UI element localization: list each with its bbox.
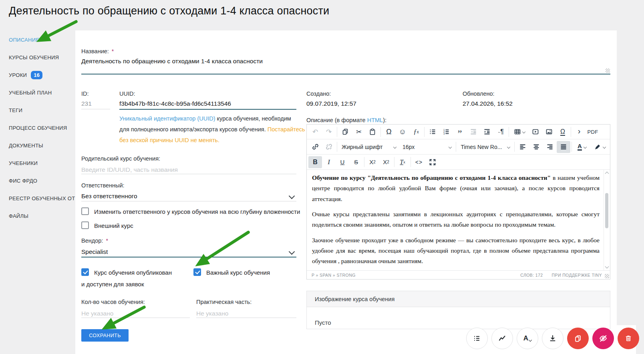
image-icon[interactable] (542, 126, 556, 138)
sidebar-item[interactable]: ФИС ФРДО (0, 172, 74, 189)
hours-input[interactable]: Не указано (81, 310, 113, 317)
hide-button[interactable] (592, 328, 614, 349)
sidebar-item[interactable]: ДОКУМЕНТЫ (0, 137, 74, 154)
name-resize-grip[interactable] (606, 68, 610, 73)
save-button[interactable]: СОХРАНИТЬ (81, 329, 129, 342)
chevron-down-icon[interactable] (289, 193, 295, 199)
html-link[interactable]: HTML (367, 117, 383, 123)
font-family-select[interactable]: Times New Ro... (457, 141, 513, 153)
important-checkbox-row: Важный курс обучения (193, 268, 270, 276)
bold-icon[interactable]: B (308, 156, 322, 168)
scrollbar-thumb[interactable] (605, 193, 608, 228)
emoticon-icon[interactable]: ☺ (396, 126, 409, 138)
external-course-checkbox[interactable] (81, 221, 89, 229)
sidebar-item[interactable]: УРОКИ 16 (0, 66, 74, 84)
clear-formatting-icon[interactable]: Tx (396, 156, 409, 168)
font-check-button[interactable]: A (517, 328, 538, 349)
chevron-down-icon (602, 145, 606, 148)
chart-button[interactable] (491, 328, 513, 349)
sidebar-item[interactable]: КУРСЫ ОБУЧЕНИЯ (0, 48, 74, 66)
sidebar-item[interactable]: ПРОЦЕСС ОБУЧЕНИЯ (0, 119, 74, 137)
parent-course-label: Родительский курс обучения: (81, 155, 160, 162)
italic-icon[interactable]: I (322, 156, 336, 168)
practice-input[interactable]: Не указано (196, 310, 228, 317)
editor-paragraph: Обучение по курсу "Деятельность по обращ… (312, 173, 600, 204)
media-icon[interactable] (529, 126, 542, 138)
cut-icon[interactable]: ✂ (352, 126, 366, 138)
superscript-icon[interactable]: X2 (379, 156, 393, 168)
editor-resize-grip[interactable] (605, 274, 609, 278)
list-view-button[interactable] (466, 328, 488, 349)
chevron-down-icon[interactable] (289, 249, 295, 255)
course-image-card-title: Изображение курса обучения (307, 291, 610, 307)
subscript-icon[interactable]: X2 (366, 156, 379, 168)
sidebar-item[interactable]: ФАЙЛЫ (0, 207, 74, 225)
vendor-select[interactable]: Specialist (81, 248, 108, 255)
link-icon[interactable] (308, 141, 322, 153)
align-left-icon[interactable] (516, 141, 529, 153)
editor-content[interactable]: Обучение по курсу "Деятельность по обращ… (307, 170, 610, 270)
table-icon[interactable] (510, 126, 529, 138)
published-label-line2: и доступен для заявок (81, 280, 144, 288)
chevron-down-icon (449, 145, 452, 148)
editor-toolbar-row2: Жирный шрифт 16px Times New Ro... A (307, 139, 610, 155)
rich-text-editor: ↶ ↷ ✂ Ω ☺ ƒx 123 ” (306, 124, 610, 280)
formula-icon[interactable]: ƒx (409, 126, 423, 138)
duplicate-button[interactable] (567, 328, 589, 349)
created-label: Создано: (306, 91, 331, 97)
more-tools-icon[interactable]: › (572, 125, 586, 139)
copy-icon[interactable] (338, 126, 352, 138)
published-checkbox[interactable] (81, 268, 89, 276)
depth-checkbox[interactable] (81, 207, 89, 215)
align-justify-icon[interactable] (557, 141, 570, 153)
sidebar-item[interactable]: УЧЕБНЫЙ ПЛАН (0, 84, 74, 101)
sidebar-item-label: КУРСЫ ОБУЧЕНИЯ (9, 54, 59, 60)
published-label-line1: Курс обучения опубликован (94, 268, 172, 276)
uuid-hint-link[interactable]: Уникальный идентификатор (UUID) (119, 115, 215, 122)
sidebar-item[interactable]: ОПИСАНИЕ (0, 31, 74, 48)
uuid-input[interactable]: f3b4b47b-f81c-4c8c-b95a-fd6c54113546 (119, 100, 231, 107)
name-input[interactable]: Деятельность по обращению с отходами 1-4… (81, 58, 263, 65)
created-value: 09.07.2019, 12:57 (306, 100, 356, 107)
fullscreen-icon[interactable] (426, 156, 439, 168)
align-right-icon[interactable] (543, 141, 557, 153)
strikethrough-icon[interactable]: S (349, 156, 363, 168)
source-code-icon[interactable]: <> (412, 156, 426, 168)
parent-course-input[interactable]: Введите ID/UUID, часть названия (81, 166, 178, 173)
outdent-icon[interactable] (467, 126, 480, 138)
editor-scrollbar[interactable] (604, 170, 610, 270)
sidebar-item[interactable]: ТЕГИ (0, 101, 74, 119)
font-style-select[interactable]: Жирный шрифт (338, 141, 399, 153)
anchor-icon[interactable]: Ω (556, 126, 570, 138)
responsible-select[interactable]: Без ответственного (81, 193, 137, 200)
scroll-down-icon[interactable] (605, 265, 609, 269)
indent-icon[interactable] (480, 126, 494, 138)
special-character-icon[interactable]: Ω (382, 126, 396, 138)
redo-icon[interactable]: ↷ (322, 126, 336, 138)
numbered-list-icon[interactable]: 123 (439, 126, 453, 138)
sidebar-item[interactable]: РЕЕСТР ОБУЧЕННЫХ ОТ (0, 189, 74, 207)
sidebar-item-label: ДОКУМЕНТЫ (9, 143, 43, 149)
page-title: Деятельность по обращению с отходами 1-4… (9, 5, 329, 17)
underline-icon[interactable]: U (336, 156, 349, 168)
download-button[interactable] (542, 328, 564, 349)
delete-button[interactable] (618, 328, 639, 349)
chevron-down-icon (522, 130, 525, 133)
font-size-select[interactable]: 16px (399, 141, 455, 153)
unlink-icon[interactable] (322, 141, 336, 153)
blockquote-icon[interactable]: ” (453, 124, 467, 139)
paragraph-direction-icon[interactable]: ←¶ (494, 126, 507, 138)
sidebar-item-label: ПРОЦЕСС ОБУЧЕНИЯ (9, 125, 67, 131)
highlight-icon[interactable] (591, 141, 608, 153)
bullet-list-icon[interactable] (426, 126, 439, 138)
updated-value: 27.04.2026, 16:52 (463, 100, 513, 107)
text-color-icon[interactable]: A (573, 141, 591, 153)
pdf-button[interactable]: PDF (586, 126, 600, 138)
align-center-icon[interactable] (529, 141, 543, 153)
svg-text:3: 3 (443, 132, 445, 135)
undo-icon[interactable]: ↶ (308, 126, 322, 138)
paste-icon[interactable] (366, 126, 379, 138)
scroll-up-icon[interactable] (605, 172, 609, 176)
sidebar-item[interactable]: УЧЕБНИКИ (0, 154, 74, 172)
important-checkbox[interactable] (193, 268, 201, 276)
